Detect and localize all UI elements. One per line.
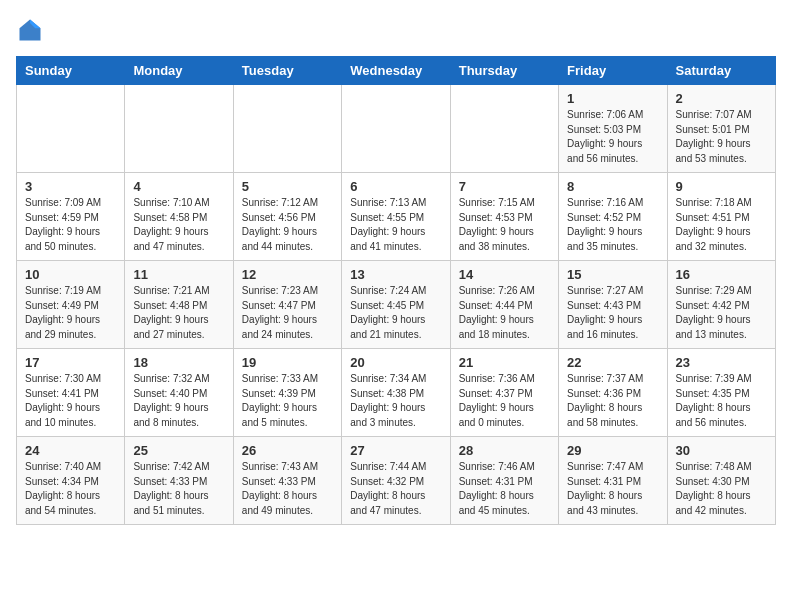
calendar-cell: 18Sunrise: 7:32 AM Sunset: 4:40 PM Dayli…	[125, 349, 233, 437]
calendar-cell: 5Sunrise: 7:12 AM Sunset: 4:56 PM Daylig…	[233, 173, 341, 261]
day-number: 15	[567, 267, 658, 282]
day-number: 2	[676, 91, 767, 106]
day-info: Sunrise: 7:43 AM Sunset: 4:33 PM Dayligh…	[242, 460, 333, 518]
day-number: 5	[242, 179, 333, 194]
weekday-header-sunday: Sunday	[17, 57, 125, 85]
calendar-cell: 3Sunrise: 7:09 AM Sunset: 4:59 PM Daylig…	[17, 173, 125, 261]
calendar-cell: 23Sunrise: 7:39 AM Sunset: 4:35 PM Dayli…	[667, 349, 775, 437]
day-info: Sunrise: 7:30 AM Sunset: 4:41 PM Dayligh…	[25, 372, 116, 430]
calendar-cell: 13Sunrise: 7:24 AM Sunset: 4:45 PM Dayli…	[342, 261, 450, 349]
day-info: Sunrise: 7:24 AM Sunset: 4:45 PM Dayligh…	[350, 284, 441, 342]
day-info: Sunrise: 7:47 AM Sunset: 4:31 PM Dayligh…	[567, 460, 658, 518]
calendar-cell: 14Sunrise: 7:26 AM Sunset: 4:44 PM Dayli…	[450, 261, 558, 349]
calendar-cell: 21Sunrise: 7:36 AM Sunset: 4:37 PM Dayli…	[450, 349, 558, 437]
calendar-week-row: 10Sunrise: 7:19 AM Sunset: 4:49 PM Dayli…	[17, 261, 776, 349]
day-info: Sunrise: 7:27 AM Sunset: 4:43 PM Dayligh…	[567, 284, 658, 342]
day-number: 11	[133, 267, 224, 282]
calendar-cell: 6Sunrise: 7:13 AM Sunset: 4:55 PM Daylig…	[342, 173, 450, 261]
calendar-cell: 10Sunrise: 7:19 AM Sunset: 4:49 PM Dayli…	[17, 261, 125, 349]
day-info: Sunrise: 7:32 AM Sunset: 4:40 PM Dayligh…	[133, 372, 224, 430]
logo-icon	[16, 16, 44, 44]
day-info: Sunrise: 7:44 AM Sunset: 4:32 PM Dayligh…	[350, 460, 441, 518]
calendar-cell: 4Sunrise: 7:10 AM Sunset: 4:58 PM Daylig…	[125, 173, 233, 261]
day-number: 4	[133, 179, 224, 194]
calendar-week-row: 1Sunrise: 7:06 AM Sunset: 5:03 PM Daylig…	[17, 85, 776, 173]
day-number: 3	[25, 179, 116, 194]
day-number: 7	[459, 179, 550, 194]
day-number: 9	[676, 179, 767, 194]
day-info: Sunrise: 7:37 AM Sunset: 4:36 PM Dayligh…	[567, 372, 658, 430]
day-number: 18	[133, 355, 224, 370]
day-info: Sunrise: 7:42 AM Sunset: 4:33 PM Dayligh…	[133, 460, 224, 518]
day-number: 28	[459, 443, 550, 458]
day-info: Sunrise: 7:26 AM Sunset: 4:44 PM Dayligh…	[459, 284, 550, 342]
weekday-header-saturday: Saturday	[667, 57, 775, 85]
day-number: 26	[242, 443, 333, 458]
day-info: Sunrise: 7:29 AM Sunset: 4:42 PM Dayligh…	[676, 284, 767, 342]
day-number: 21	[459, 355, 550, 370]
day-number: 27	[350, 443, 441, 458]
day-info: Sunrise: 7:19 AM Sunset: 4:49 PM Dayligh…	[25, 284, 116, 342]
calendar-week-row: 3Sunrise: 7:09 AM Sunset: 4:59 PM Daylig…	[17, 173, 776, 261]
day-info: Sunrise: 7:15 AM Sunset: 4:53 PM Dayligh…	[459, 196, 550, 254]
day-info: Sunrise: 7:12 AM Sunset: 4:56 PM Dayligh…	[242, 196, 333, 254]
day-number: 17	[25, 355, 116, 370]
day-number: 23	[676, 355, 767, 370]
calendar-cell: 7Sunrise: 7:15 AM Sunset: 4:53 PM Daylig…	[450, 173, 558, 261]
weekday-header-tuesday: Tuesday	[233, 57, 341, 85]
calendar-week-row: 17Sunrise: 7:30 AM Sunset: 4:41 PM Dayli…	[17, 349, 776, 437]
day-number: 24	[25, 443, 116, 458]
day-number: 10	[25, 267, 116, 282]
day-info: Sunrise: 7:23 AM Sunset: 4:47 PM Dayligh…	[242, 284, 333, 342]
calendar-cell: 26Sunrise: 7:43 AM Sunset: 4:33 PM Dayli…	[233, 437, 341, 525]
day-number: 16	[676, 267, 767, 282]
calendar-header-row: SundayMondayTuesdayWednesdayThursdayFrid…	[17, 57, 776, 85]
calendar-cell: 9Sunrise: 7:18 AM Sunset: 4:51 PM Daylig…	[667, 173, 775, 261]
weekday-header-thursday: Thursday	[450, 57, 558, 85]
day-info: Sunrise: 7:46 AM Sunset: 4:31 PM Dayligh…	[459, 460, 550, 518]
day-info: Sunrise: 7:09 AM Sunset: 4:59 PM Dayligh…	[25, 196, 116, 254]
calendar-cell: 16Sunrise: 7:29 AM Sunset: 4:42 PM Dayli…	[667, 261, 775, 349]
day-number: 13	[350, 267, 441, 282]
day-number: 1	[567, 91, 658, 106]
calendar-cell: 29Sunrise: 7:47 AM Sunset: 4:31 PM Dayli…	[559, 437, 667, 525]
calendar-cell: 24Sunrise: 7:40 AM Sunset: 4:34 PM Dayli…	[17, 437, 125, 525]
calendar-cell: 25Sunrise: 7:42 AM Sunset: 4:33 PM Dayli…	[125, 437, 233, 525]
calendar-cell: 19Sunrise: 7:33 AM Sunset: 4:39 PM Dayli…	[233, 349, 341, 437]
day-number: 25	[133, 443, 224, 458]
day-number: 19	[242, 355, 333, 370]
calendar-cell	[342, 85, 450, 173]
calendar-cell: 30Sunrise: 7:48 AM Sunset: 4:30 PM Dayli…	[667, 437, 775, 525]
day-info: Sunrise: 7:06 AM Sunset: 5:03 PM Dayligh…	[567, 108, 658, 166]
day-number: 8	[567, 179, 658, 194]
calendar-cell: 15Sunrise: 7:27 AM Sunset: 4:43 PM Dayli…	[559, 261, 667, 349]
day-info: Sunrise: 7:18 AM Sunset: 4:51 PM Dayligh…	[676, 196, 767, 254]
calendar-cell	[233, 85, 341, 173]
day-info: Sunrise: 7:48 AM Sunset: 4:30 PM Dayligh…	[676, 460, 767, 518]
day-info: Sunrise: 7:36 AM Sunset: 4:37 PM Dayligh…	[459, 372, 550, 430]
day-number: 29	[567, 443, 658, 458]
header	[16, 16, 776, 44]
day-number: 22	[567, 355, 658, 370]
calendar-cell: 17Sunrise: 7:30 AM Sunset: 4:41 PM Dayli…	[17, 349, 125, 437]
day-info: Sunrise: 7:07 AM Sunset: 5:01 PM Dayligh…	[676, 108, 767, 166]
day-info: Sunrise: 7:34 AM Sunset: 4:38 PM Dayligh…	[350, 372, 441, 430]
day-info: Sunrise: 7:33 AM Sunset: 4:39 PM Dayligh…	[242, 372, 333, 430]
calendar-cell	[17, 85, 125, 173]
logo	[16, 16, 48, 44]
day-info: Sunrise: 7:39 AM Sunset: 4:35 PM Dayligh…	[676, 372, 767, 430]
calendar-cell: 27Sunrise: 7:44 AM Sunset: 4:32 PM Dayli…	[342, 437, 450, 525]
calendar-cell: 11Sunrise: 7:21 AM Sunset: 4:48 PM Dayli…	[125, 261, 233, 349]
calendar-cell: 20Sunrise: 7:34 AM Sunset: 4:38 PM Dayli…	[342, 349, 450, 437]
day-info: Sunrise: 7:21 AM Sunset: 4:48 PM Dayligh…	[133, 284, 224, 342]
weekday-header-wednesday: Wednesday	[342, 57, 450, 85]
day-number: 20	[350, 355, 441, 370]
calendar-cell: 8Sunrise: 7:16 AM Sunset: 4:52 PM Daylig…	[559, 173, 667, 261]
calendar-cell: 28Sunrise: 7:46 AM Sunset: 4:31 PM Dayli…	[450, 437, 558, 525]
day-info: Sunrise: 7:40 AM Sunset: 4:34 PM Dayligh…	[25, 460, 116, 518]
calendar-cell: 12Sunrise: 7:23 AM Sunset: 4:47 PM Dayli…	[233, 261, 341, 349]
day-number: 30	[676, 443, 767, 458]
weekday-header-friday: Friday	[559, 57, 667, 85]
day-number: 14	[459, 267, 550, 282]
day-info: Sunrise: 7:13 AM Sunset: 4:55 PM Dayligh…	[350, 196, 441, 254]
